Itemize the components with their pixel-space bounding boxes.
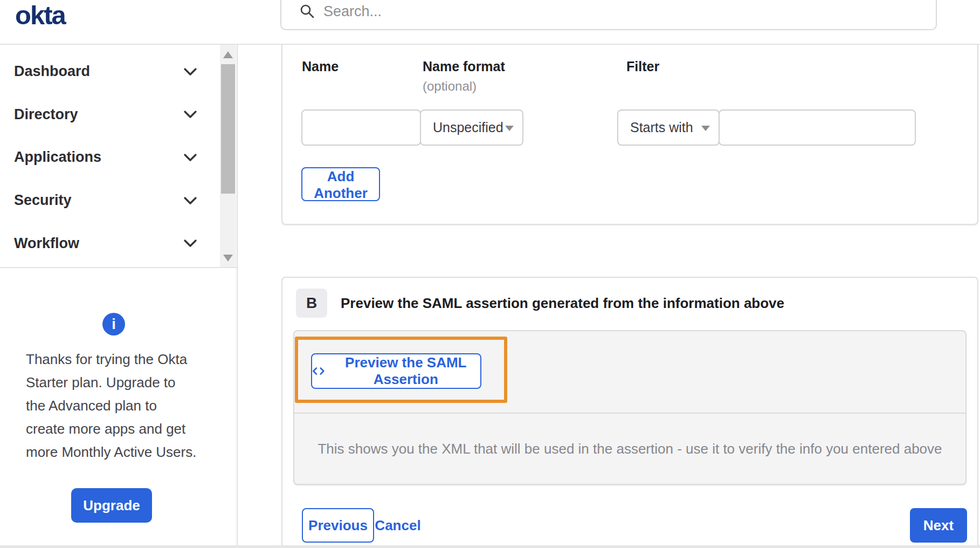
filter-operator-selected-value: Starts with bbox=[630, 120, 693, 135]
name-format-select[interactable]: Unspecified bbox=[420, 109, 523, 146]
scrollbar-thumb[interactable] bbox=[221, 64, 235, 194]
filter-operator-select[interactable]: Starts with bbox=[617, 109, 720, 146]
trial-notice-line: Starter plan. Upgrade to bbox=[26, 371, 215, 394]
scroll-down-arrow-icon[interactable] bbox=[223, 255, 233, 262]
select-caret-icon bbox=[701, 126, 710, 131]
info-icon: i bbox=[102, 313, 125, 335]
chevron-down-icon bbox=[183, 110, 197, 121]
chevron-down-icon bbox=[183, 196, 197, 207]
next-button[interactable]: Next bbox=[910, 508, 967, 543]
sidebar-item-workflow[interactable]: Workflow bbox=[0, 222, 237, 265]
trial-notice-line: create more apps and get bbox=[26, 417, 215, 441]
sidebar-item-label: Security bbox=[14, 192, 72, 209]
previous-button[interactable]: Previous bbox=[302, 508, 374, 543]
filter-column-label: Filter bbox=[626, 59, 659, 74]
add-another-button[interactable]: Add Another bbox=[301, 167, 380, 201]
code-icon bbox=[312, 365, 325, 377]
preview-helper-text: This shows you the XML that will be used… bbox=[294, 414, 965, 484]
name-column-label: Name bbox=[302, 59, 339, 74]
preview-section-heading: Preview the SAML assertion generated fro… bbox=[341, 289, 784, 318]
sidebar-scrollbar[interactable] bbox=[220, 45, 236, 267]
sidebar-item-dashboard[interactable]: Dashboard bbox=[0, 50, 237, 93]
name-format-selected-value: Unspecified bbox=[433, 120, 503, 135]
sidebar-item-label: Dashboard bbox=[14, 63, 90, 80]
name-format-optional-hint: (optional) bbox=[423, 79, 477, 94]
sidebar-item-label: Applications bbox=[14, 149, 101, 166]
chevron-down-icon bbox=[183, 153, 197, 164]
scroll-up-arrow-icon[interactable] bbox=[223, 51, 233, 58]
cancel-button[interactable]: Cancel bbox=[372, 508, 424, 543]
trial-notice-line: more Monthly Active Users. bbox=[26, 441, 215, 464]
sidebar-item-label: Directory bbox=[14, 106, 78, 123]
header: okta bbox=[0, 0, 980, 45]
trial-notice-line: Thanks for trying the Okta bbox=[26, 348, 215, 371]
preview-panel: Preview the SAML Assertion This shows yo… bbox=[293, 330, 967, 485]
okta-logo: okta bbox=[15, 0, 65, 30]
chevron-down-icon bbox=[183, 239, 197, 250]
search-input[interactable] bbox=[323, 3, 936, 20]
sidebar: Dashboard Directory Applications Securit… bbox=[0, 45, 238, 548]
page-bottom-edge bbox=[0, 545, 980, 548]
sidebar-item-label: Workflow bbox=[14, 235, 79, 252]
okta-admin-page: okta Dashboard Directory bbox=[0, 0, 980, 548]
search-bar[interactable] bbox=[280, 0, 937, 30]
upgrade-button[interactable]: Upgrade bbox=[71, 488, 152, 523]
name-format-column-label: Name format bbox=[423, 59, 505, 74]
preview-button-label: Preview the SAML Assertion bbox=[332, 354, 480, 388]
preview-saml-assertion-button[interactable]: Preview the SAML Assertion bbox=[311, 353, 481, 389]
sidebar-item-directory[interactable]: Directory bbox=[0, 93, 237, 136]
preview-saml-card: B Preview the SAML assertion generated f… bbox=[281, 277, 978, 548]
trial-notice: Thanks for trying the Okta Starter plan.… bbox=[26, 348, 215, 464]
trial-notice-line: the Advanced plan to bbox=[26, 394, 215, 417]
filter-value-input[interactable] bbox=[719, 109, 916, 146]
chevron-down-icon bbox=[183, 67, 197, 78]
search-icon bbox=[300, 4, 315, 19]
name-input[interactable] bbox=[301, 109, 421, 146]
step-b-badge: B bbox=[296, 289, 327, 318]
sidebar-item-applications[interactable]: Applications bbox=[0, 136, 237, 179]
sidebar-menu: Dashboard Directory Applications Securit… bbox=[0, 45, 237, 268]
sidebar-item-security[interactable]: Security bbox=[0, 179, 237, 222]
attribute-statements-card: Name Name format (optional) Filter Unspe… bbox=[281, 45, 978, 225]
select-caret-icon bbox=[505, 126, 514, 131]
